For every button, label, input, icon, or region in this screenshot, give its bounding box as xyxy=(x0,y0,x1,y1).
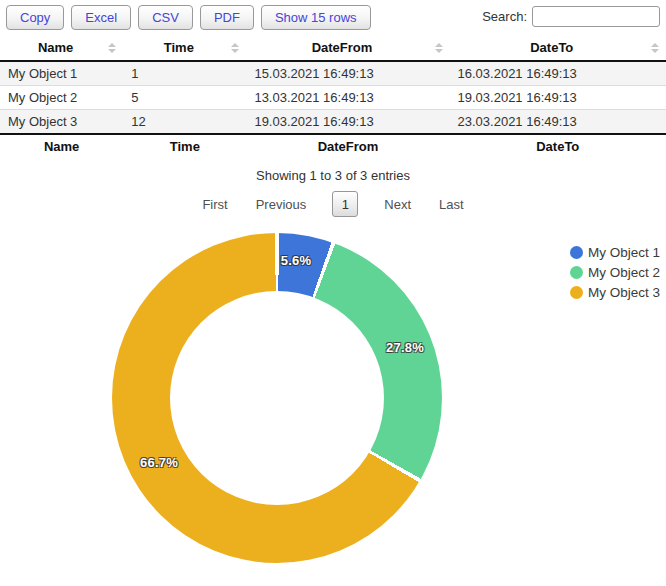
search-label: Search: xyxy=(482,9,527,24)
column-header-name[interactable]: Name xyxy=(0,36,123,61)
slice-label-my-object-2: 27.8% xyxy=(386,340,424,355)
cell-name: My Object 2 xyxy=(0,86,123,110)
current-page-button[interactable]: 1 xyxy=(332,191,358,217)
copy-button[interactable]: Copy xyxy=(6,5,64,30)
sort-icon xyxy=(231,43,239,53)
toolbar: Copy Excel CSV PDF Show 15 rows Search: xyxy=(0,0,666,33)
cell-datefrom: 19.03.2021 16:49:13 xyxy=(246,110,449,135)
cell-time: 12 xyxy=(123,110,246,135)
cell-datefrom: 13.03.2021 16:49:13 xyxy=(246,86,449,110)
legend-label: My Object 3 xyxy=(588,285,660,300)
legend-circle-icon xyxy=(570,286,583,299)
column-header-time[interactable]: Time xyxy=(123,36,246,61)
header-label: Name xyxy=(38,40,73,55)
cell-time: 1 xyxy=(123,61,246,86)
cell-name: My Object 3 xyxy=(0,110,123,135)
header-row: Name Time DateFrom DateTo xyxy=(0,36,666,61)
sort-icon xyxy=(651,43,659,53)
cell-dateto: 23.03.2021 16:49:13 xyxy=(450,110,666,135)
header-label: DateFrom xyxy=(312,40,373,55)
sort-icon xyxy=(108,43,116,53)
pdf-button[interactable]: PDF xyxy=(200,5,254,30)
legend-circle-icon xyxy=(570,266,583,279)
legend-item-my-object-1[interactable]: My Object 1 xyxy=(570,245,660,260)
column-header-dateto[interactable]: DateTo xyxy=(450,36,666,61)
donut-chart[interactable] xyxy=(112,233,442,563)
footer-header-time: Time xyxy=(123,134,246,159)
header-label: Time xyxy=(164,40,194,55)
cell-datefrom: 15.03.2021 16:49:13 xyxy=(246,61,449,86)
slice-label-my-object-1: 5.6% xyxy=(281,253,311,268)
footer-header-dateto: DateTo xyxy=(450,134,666,159)
export-buttons: Copy Excel CSV PDF Show 15 rows xyxy=(6,5,371,30)
chart-legend: My Object 1 My Object 2 My Object 3 xyxy=(570,245,660,300)
table-info: Showing 1 to 3 of 3 entries xyxy=(0,168,666,183)
table-row: My Object 2 5 13.03.2021 16:49:13 19.03.… xyxy=(0,86,666,110)
legend-label: My Object 1 xyxy=(588,245,660,260)
csv-button[interactable]: CSV xyxy=(138,5,193,30)
cell-time: 5 xyxy=(123,86,246,110)
table-row: My Object 3 12 19.03.2021 16:49:13 23.03… xyxy=(0,110,666,135)
slice-label-my-object-3: 66.7% xyxy=(140,455,178,470)
cell-dateto: 19.03.2021 16:49:13 xyxy=(450,86,666,110)
previous-page-button[interactable]: Previous xyxy=(254,193,309,216)
legend-item-my-object-2[interactable]: My Object 2 xyxy=(570,265,660,280)
column-header-datefrom[interactable]: DateFrom xyxy=(246,36,449,61)
cell-dateto: 16.03.2021 16:49:13 xyxy=(450,61,666,86)
footer-header-name: Name xyxy=(0,134,123,159)
sort-icon xyxy=(435,43,443,53)
cell-name: My Object 1 xyxy=(0,61,123,86)
table-row: My Object 1 1 15.03.2021 16:49:13 16.03.… xyxy=(0,61,666,86)
footer-row: Name Time DateFrom DateTo xyxy=(0,134,666,159)
last-page-button[interactable]: Last xyxy=(437,193,466,216)
next-page-button[interactable]: Next xyxy=(382,193,413,216)
show-rows-button[interactable]: Show 15 rows xyxy=(261,5,371,30)
data-table: Name Time DateFrom DateTo My Ob xyxy=(0,36,666,159)
pagination: First Previous 1 Next Last xyxy=(0,191,666,217)
donut-chart-area: 5.6% 27.8% 66.7% My Object 1 My Object 2… xyxy=(0,219,666,586)
search-area: Search: xyxy=(482,5,660,27)
footer-header-datefrom: DateFrom xyxy=(246,134,449,159)
first-page-button[interactable]: First xyxy=(200,193,229,216)
excel-button[interactable]: Excel xyxy=(71,5,131,30)
legend-circle-icon xyxy=(570,246,583,259)
legend-item-my-object-3[interactable]: My Object 3 xyxy=(570,285,660,300)
search-input[interactable] xyxy=(532,6,660,27)
legend-label: My Object 2 xyxy=(588,265,660,280)
datatable-widget: Copy Excel CSV PDF Show 15 rows Search: … xyxy=(0,0,666,586)
header-label: DateTo xyxy=(530,40,573,55)
